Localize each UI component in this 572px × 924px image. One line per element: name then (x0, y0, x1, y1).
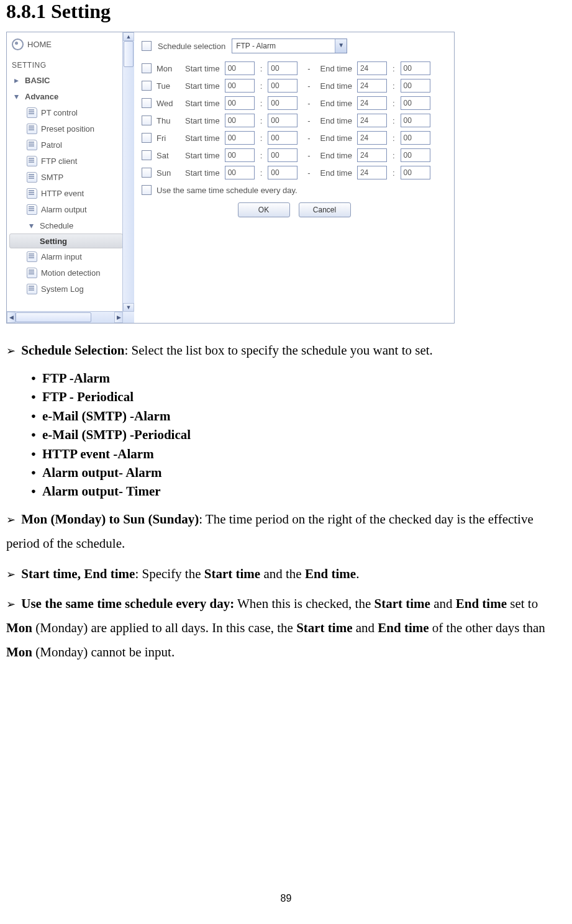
scroll-left-icon[interactable]: ◀ (7, 312, 16, 323)
nav-system-log[interactable]: System Log (9, 281, 123, 297)
doc-icon (27, 204, 37, 215)
start-label: Start time (185, 81, 220, 91)
sun-end-hour[interactable]: 24 (357, 166, 387, 179)
nav-schedule[interactable]: ▾ Schedule (9, 217, 123, 233)
tue-end-min[interactable]: 00 (401, 79, 430, 93)
page-title: 8.8.1 Setting (6, 0, 566, 23)
doc-icon (27, 172, 37, 183)
thu-start-min[interactable]: 00 (268, 114, 297, 127)
mon-end-hour[interactable]: 24 (357, 61, 387, 75)
same-time-checkbox[interactable] (142, 185, 152, 195)
sun-checkbox[interactable] (142, 168, 152, 178)
nav-http-event[interactable]: HTTP event (9, 185, 123, 201)
nav-advance[interactable]: ▾ Advance (9, 88, 123, 104)
day-label: Sat (157, 151, 180, 160)
mon-end-min[interactable]: 00 (401, 61, 430, 75)
day-label: Wed (157, 99, 180, 108)
thu-checkbox[interactable] (142, 116, 152, 125)
sat-end-min[interactable]: 00 (401, 148, 430, 162)
sat-end-hour[interactable]: 24 (357, 148, 387, 162)
wed-start-min[interactable]: 00 (268, 96, 297, 110)
nav-basic[interactable]: ▸ BASIC (9, 72, 123, 88)
nav-motion-detection[interactable]: Motion detection (9, 265, 123, 281)
nav-label: BASIC (25, 76, 50, 85)
cancel-button[interactable]: Cancel (299, 202, 351, 217)
tue-end-hour[interactable]: 24 (357, 79, 387, 93)
sun-start-hour[interactable]: 00 (225, 166, 255, 179)
nav-ftp-client[interactable]: FTP client (9, 153, 123, 169)
colon: : (392, 99, 396, 108)
sun-end-min[interactable]: 00 (401, 166, 430, 179)
wed-end-hour[interactable]: 24 (357, 96, 387, 110)
nav-schedule-setting[interactable]: Setting (9, 233, 123, 248)
wed-end-min[interactable]: 00 (401, 96, 430, 110)
nav-label: FTP client (41, 156, 77, 166)
bullet-icon: ➢ (6, 514, 16, 526)
bold-text: Mon (6, 620, 32, 635)
same-time-label: Use the same time schedule every day. (157, 186, 297, 195)
schedule-selection-dropdown[interactable]: FTP - Alarm ▼ (232, 38, 347, 53)
doc-icon (27, 284, 37, 294)
fri-start-min[interactable]: 00 (268, 131, 297, 145)
tue-start-hour[interactable]: 00 (225, 79, 255, 93)
tue-checkbox[interactable] (142, 81, 152, 91)
fri-end-min[interactable]: 00 (401, 131, 430, 145)
scroll-thumb[interactable] (124, 41, 134, 67)
sat-start-hour[interactable]: 00 (225, 148, 255, 162)
nav-label: Motion detection (41, 268, 100, 278)
start-label: Start time (185, 151, 220, 160)
text: and (430, 596, 456, 611)
fri-start-hour[interactable]: 00 (225, 131, 255, 145)
thu-end-hour[interactable]: 24 (357, 114, 387, 127)
chevron-down-icon[interactable]: ▼ (335, 39, 347, 53)
sat-checkbox[interactable] (142, 150, 152, 160)
mon-checkbox[interactable] (142, 63, 152, 73)
tue-start-min[interactable]: 00 (268, 79, 297, 93)
scroll-up-icon[interactable]: ▲ (123, 32, 134, 41)
nav-alarm-input[interactable]: Alarm input (9, 248, 123, 265)
end-label: End time (320, 168, 352, 178)
scroll-down-icon[interactable]: ▼ (123, 303, 134, 312)
nav-smtp[interactable]: SMTP (9, 169, 123, 185)
colon: : (260, 151, 263, 160)
text: of the other days than (429, 620, 545, 635)
colon: : (260, 168, 263, 178)
dash: - (302, 151, 315, 160)
colon: : (260, 81, 263, 91)
thu-end-min[interactable]: 00 (401, 114, 430, 127)
doc-icon (27, 140, 37, 150)
wed-start-hour[interactable]: 00 (225, 96, 255, 110)
nav-alarm-output[interactable]: Alarm output (9, 201, 123, 217)
row-fri: Fri Start time 00 : 00 - End time 24 : 0… (142, 129, 447, 147)
mon-start-hour[interactable]: 00 (225, 61, 255, 75)
day-label: Sun (157, 168, 180, 178)
thu-start-hour[interactable]: 00 (225, 114, 255, 127)
nav-patrol[interactable]: Patrol (9, 137, 123, 153)
ok-button[interactable]: OK (238, 202, 290, 217)
row-mon: Mon Start time 00 : 00 - End time 24 : 0… (142, 60, 447, 77)
nav-pt-control[interactable]: PT control (9, 104, 123, 120)
bold-text: Start time (296, 620, 352, 635)
nav-label: SMTP (41, 173, 63, 182)
folder-open-icon: ▾ (12, 92, 21, 101)
nav-label: Patrol (41, 140, 62, 150)
nav-home[interactable]: HOME (9, 36, 123, 52)
nav-preset-position[interactable]: Preset position (9, 120, 123, 137)
vertical-scrollbar[interactable]: ▲ ▼ (122, 32, 134, 312)
scroll-thumb[interactable] (16, 312, 91, 322)
colon: : (392, 81, 396, 91)
text: . (356, 566, 359, 581)
wed-checkbox[interactable] (142, 98, 152, 108)
horizontal-scrollbar[interactable]: ◀ ▶ (7, 311, 134, 323)
list-item: FTP - Periodical (42, 387, 566, 406)
schedule-selection-checkbox[interactable] (142, 41, 152, 51)
sat-start-min[interactable]: 00 (268, 148, 297, 162)
mon-start-min[interactable]: 00 (268, 61, 297, 75)
end-label: End time (320, 99, 352, 108)
para-mon-sun: ➢ Mon (Monday) to Sun (Sunday): The time… (6, 507, 566, 556)
dash: - (302, 64, 315, 73)
fri-end-hour[interactable]: 24 (357, 131, 387, 145)
fri-checkbox[interactable] (142, 133, 152, 143)
scroll-right-icon[interactable]: ▶ (114, 312, 123, 323)
sun-start-min[interactable]: 00 (268, 166, 297, 179)
